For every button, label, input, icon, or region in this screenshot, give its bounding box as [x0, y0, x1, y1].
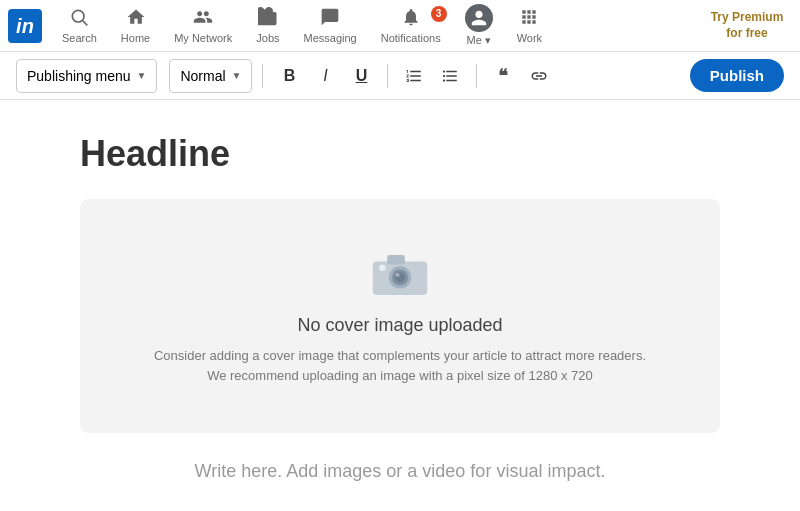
avatar — [465, 4, 493, 32]
ordered-list-button[interactable] — [398, 60, 430, 92]
nav-item-network[interactable]: My Network — [162, 0, 244, 52]
write-here-placeholder[interactable]: Write here. Add images or a video for vi… — [80, 461, 720, 482]
linkedin-logo-text: in — [16, 16, 34, 36]
svg-point-8 — [396, 273, 400, 277]
nav-label-me: Me ▾ — [466, 34, 490, 47]
blockquote-button[interactable]: ❝ — [487, 60, 519, 92]
nav-label-jobs: Jobs — [256, 32, 279, 44]
nav-item-work[interactable]: Work — [505, 0, 554, 52]
svg-point-7 — [379, 265, 385, 271]
nav-item-notifications[interactable]: 3 Notifications — [369, 0, 453, 52]
no-cover-subtitle-line1: Consider adding a cover image that compl… — [154, 346, 646, 385]
unordered-list-button[interactable] — [434, 60, 466, 92]
svg-point-0 — [73, 10, 85, 22]
bold-button[interactable]: B — [273, 60, 305, 92]
publishing-menu-label: Publishing menu — [27, 68, 131, 84]
nav-label-work: Work — [517, 32, 542, 44]
nav-item-messaging[interactable]: Messaging — [292, 0, 369, 52]
jobs-icon — [258, 7, 278, 30]
navbar: in Search Home My Network — [0, 0, 800, 52]
home-icon — [126, 7, 146, 30]
italic-button[interactable]: I — [309, 60, 341, 92]
work-grid-icon — [519, 7, 539, 30]
toolbar-separator-3 — [476, 64, 477, 88]
headline[interactable]: Headline — [80, 132, 720, 175]
publishing-menu-dropdown[interactable]: Publishing menu ▼ — [16, 59, 157, 93]
svg-rect-3 — [387, 255, 405, 265]
messaging-icon — [320, 7, 340, 30]
nav-label-notifications: Notifications — [381, 32, 441, 44]
nav-label-network: My Network — [174, 32, 232, 44]
nav-label-search: Search — [62, 32, 97, 44]
network-icon — [193, 7, 213, 30]
camera-icon — [368, 247, 432, 303]
nav-label-home: Home — [121, 32, 150, 44]
notifications-icon — [401, 7, 421, 30]
premium-button[interactable]: Try Premium for free — [702, 6, 792, 45]
style-caret: ▼ — [232, 70, 242, 81]
underline-button[interactable]: U — [345, 60, 377, 92]
publishing-menu-caret: ▼ — [137, 70, 147, 81]
style-dropdown[interactable]: Normal ▼ — [169, 59, 252, 93]
link-button[interactable] — [523, 60, 555, 92]
notification-badge: 3 — [431, 6, 447, 22]
nav-items: Search Home My Network Jobs — [50, 0, 792, 52]
nav-label-messaging: Messaging — [304, 32, 357, 44]
nav-item-me[interactable]: Me ▾ — [453, 0, 505, 52]
nav-item-jobs[interactable]: Jobs — [244, 0, 291, 52]
toolbar-separator-1 — [262, 64, 263, 88]
no-cover-title: No cover image uploaded — [297, 315, 502, 336]
search-icon — [69, 7, 89, 30]
toolbar-separator-2 — [387, 64, 388, 88]
publish-button[interactable]: Publish — [690, 59, 784, 92]
editor-toolbar: Publishing menu ▼ Normal ▼ B I U ❝ Publi… — [0, 52, 800, 100]
style-label: Normal — [180, 68, 225, 84]
linkedin-logo[interactable]: in — [8, 9, 42, 43]
svg-line-1 — [83, 21, 88, 26]
cover-image-upload[interactable]: No cover image uploaded Consider adding … — [80, 199, 720, 433]
nav-item-search[interactable]: Search — [50, 0, 109, 52]
editor-area: Headline No cover image uploaded — [0, 100, 800, 511]
nav-item-home[interactable]: Home — [109, 0, 162, 52]
